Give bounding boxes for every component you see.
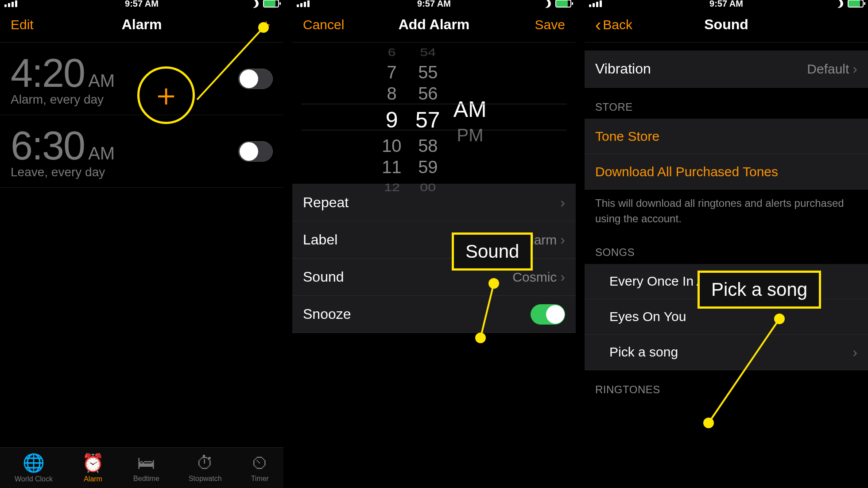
signal-icon bbox=[297, 0, 310, 7]
vibration-label: Vibration bbox=[595, 61, 651, 77]
label-label: Label bbox=[303, 232, 337, 248]
song-row[interactable]: Every Once In A While bbox=[585, 264, 868, 299]
back-button[interactable]: ‹ Back bbox=[595, 16, 632, 34]
tone-store-link[interactable]: Tone Store bbox=[585, 119, 868, 154]
alarm-row[interactable]: 6:30 AM Leave, every day bbox=[0, 115, 283, 188]
status-bar: 9:57 AM bbox=[585, 0, 868, 7]
navbar: ‹ Back Sound bbox=[585, 7, 868, 43]
bed-icon: 🛏 bbox=[137, 453, 155, 473]
add-alarm-button[interactable]: ＋ bbox=[260, 15, 273, 34]
battery-icon bbox=[263, 0, 279, 8]
screen-alarm-list: 9:57 AM Edit Alarm ＋ 4:20 AM Alarm, ever… bbox=[0, 0, 283, 488]
repeat-label: Repeat bbox=[303, 194, 349, 211]
picker-minutes[interactable]: 54 55 56 57 58 59 00 bbox=[415, 43, 440, 197]
tab-timer[interactable]: ⏲Timer bbox=[251, 453, 269, 483]
chevron-right-icon: › bbox=[852, 344, 857, 360]
snooze-label: Snooze bbox=[303, 306, 351, 322]
edit-button[interactable]: Edit bbox=[11, 17, 34, 32]
vibration-row[interactable]: Vibration Default› bbox=[585, 50, 868, 88]
status-bar: 9:57 AM bbox=[292, 0, 576, 7]
tab-alarm[interactable]: ⏰Alarm bbox=[82, 453, 104, 483]
vibration-value: Default bbox=[807, 62, 849, 77]
sound-value: Cosmic bbox=[512, 270, 557, 285]
alarm-ampm: AM bbox=[88, 143, 115, 163]
globe-icon: 🌐 bbox=[23, 453, 45, 473]
alarm-time: 4:20 bbox=[11, 50, 85, 96]
label-row[interactable]: Label Alarm› bbox=[292, 221, 576, 259]
back-label: Back bbox=[603, 17, 632, 32]
save-button[interactable]: Save bbox=[535, 17, 565, 32]
sound-row[interactable]: Sound Cosmic› bbox=[292, 259, 576, 296]
alarm-subtitle: Leave, every day bbox=[11, 165, 115, 179]
tabbar: 🌐World Clock ⏰Alarm 🛏Bedtime ⏱Stopwatch … bbox=[0, 447, 283, 488]
chevron-right-icon: › bbox=[560, 232, 565, 248]
label-value: Alarm bbox=[522, 232, 557, 248]
tab-stopwatch[interactable]: ⏱Stopwatch bbox=[189, 453, 222, 483]
timer-icon: ⏲ bbox=[251, 453, 269, 473]
alarm-time: 6:30 bbox=[11, 123, 85, 169]
alarm-subtitle: Alarm, every day bbox=[11, 93, 115, 107]
battery-icon bbox=[848, 0, 864, 8]
chevron-right-icon: › bbox=[560, 269, 565, 285]
screen-sound: 9:57 AM ‹ Back Sound Vibration Default› … bbox=[585, 0, 868, 488]
alarm-info: 6:30 AM Leave, every day bbox=[11, 123, 115, 179]
signal-icon bbox=[589, 0, 602, 7]
alarm-ampm: AM bbox=[88, 71, 115, 91]
chevron-right-icon: › bbox=[560, 194, 565, 211]
status-bar: 9:57 AM bbox=[0, 0, 283, 7]
section-songs: SONGS bbox=[585, 233, 868, 264]
alarm-info: 4:20 AM Alarm, every day bbox=[11, 50, 115, 107]
download-note: This will download all ringtones and ale… bbox=[585, 190, 868, 233]
tab-bedtime[interactable]: 🛏Bedtime bbox=[133, 453, 159, 483]
stopwatch-icon: ⏱ bbox=[196, 453, 214, 473]
alarm-row[interactable]: 4:20 AM Alarm, every day bbox=[0, 43, 283, 115]
page-title: Alarm bbox=[122, 16, 162, 33]
chevron-right-icon: › bbox=[852, 61, 857, 77]
picker-ampm[interactable]: AM PM bbox=[453, 94, 487, 146]
cancel-button[interactable]: Cancel bbox=[303, 17, 344, 32]
alarm-icon: ⏰ bbox=[82, 453, 104, 473]
time-picker[interactable]: 6 7 8 9 10 11 12 54 55 56 57 58 59 00 bbox=[292, 43, 576, 184]
screen-add-alarm: 9:57 AM Cancel Add Alarm Save 6 7 8 9 10… bbox=[292, 0, 576, 488]
alarm-toggle[interactable] bbox=[238, 141, 273, 162]
alarm-toggle[interactable] bbox=[238, 69, 273, 89]
sound-label: Sound bbox=[303, 269, 344, 285]
song-row[interactable]: Eyes On You bbox=[585, 299, 868, 335]
navbar: Cancel Add Alarm Save bbox=[292, 7, 576, 43]
navbar: Edit Alarm ＋ bbox=[0, 7, 283, 43]
picker-hours[interactable]: 6 7 8 9 10 11 12 bbox=[381, 43, 402, 197]
chevron-left-icon: ‹ bbox=[595, 16, 601, 34]
section-store: STORE bbox=[585, 88, 868, 119]
battery-icon bbox=[555, 0, 571, 8]
page-title: Add Alarm bbox=[399, 16, 470, 33]
snooze-row: Snooze bbox=[292, 296, 576, 333]
download-all-link[interactable]: Download All Purchased Tones bbox=[585, 154, 868, 190]
pick-a-song-row[interactable]: Pick a song › bbox=[585, 335, 868, 370]
snooze-toggle[interactable] bbox=[531, 304, 565, 325]
section-ringtones: RINGTONES bbox=[585, 370, 868, 401]
page-title: Sound bbox=[704, 16, 748, 33]
signal-icon bbox=[4, 0, 17, 7]
tab-world-clock[interactable]: 🌐World Clock bbox=[15, 453, 53, 483]
